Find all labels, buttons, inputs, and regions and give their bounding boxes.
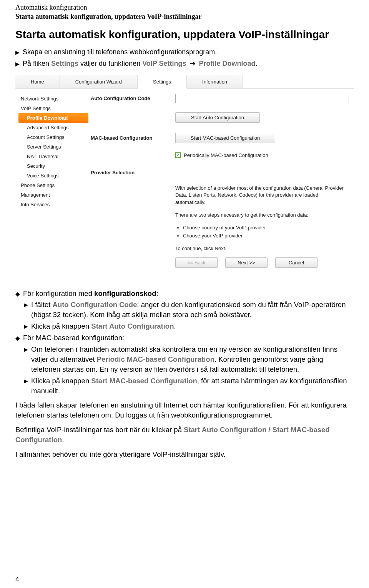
sub-line: I fältet Auto Configuration Code: anger … <box>31 300 354 320</box>
sub-line: Klicka på knappen Start Auto Configurati… <box>31 321 176 331</box>
intro-list: ▶ Skapa en anslutning till telefonens we… <box>15 47 354 68</box>
paragraph-1: I båda fallen skapar telefonen en anslut… <box>15 400 354 420</box>
sidebar-item-advanced-settings[interactable]: Advanced Settings <box>18 123 88 132</box>
triangle-right-icon: ▶ <box>24 301 28 309</box>
running-header-bold: Starta automatisk konfiguration, uppdate… <box>15 13 354 21</box>
triangle-right-icon: ▶ <box>24 346 28 354</box>
start-auto-config-button[interactable]: Start Auto Configuration <box>175 112 260 123</box>
diamond-icon: ◆ <box>15 334 20 342</box>
tab-information[interactable]: Information <box>187 75 243 88</box>
sidebar-item-account-settings[interactable]: Account Settings <box>18 132 88 142</box>
paragraph-2: Befintliga VoIP-inställningar tas bort n… <box>15 425 354 445</box>
sidebar-item-info-services[interactable]: Info Services <box>18 200 88 209</box>
triangle-right-icon: ▶ <box>24 378 28 385</box>
diamond-icon: ◆ <box>15 290 20 298</box>
cancel-button[interactable]: Cancel <box>275 257 317 268</box>
sub-line: Om telefonen i framtiden automatiskt ska… <box>31 344 354 374</box>
sidebar-item-voip-settings[interactable]: VoIP Settings <box>18 104 88 113</box>
periodic-mac-checkbox[interactable]: ✓ <box>175 152 181 158</box>
back-button[interactable]: << Back <box>175 257 218 268</box>
mac-config-label: MAC-based Configuration <box>91 135 175 141</box>
paragraph-3: I allmänhet behöver du inte göra ytterli… <box>15 449 354 459</box>
triangle-right-icon: ▶ <box>24 323 28 331</box>
tab-home[interactable]: Home <box>15 75 60 88</box>
web-config-screenshot: Home Configuration Wizard Settings Infor… <box>15 75 354 281</box>
tab-settings[interactable]: Settings <box>138 75 187 89</box>
tab-bar: Home Configuration Wizard Settings Infor… <box>15 75 354 89</box>
next-button[interactable]: Next >> <box>225 257 268 268</box>
sidebar-item-network-settings[interactable]: Network Settings <box>18 94 88 104</box>
sidebar-item-phone-settings[interactable]: Phone Settings <box>18 180 88 190</box>
intro-line-2: På fliken Settings väljer du funktionen … <box>23 58 258 68</box>
tab-config-wizard[interactable]: Configuration Wizard <box>60 75 138 88</box>
sidebar-item-profile-download[interactable]: Profile Download <box>18 113 88 123</box>
sidebar: Network Settings VoIP Settings Profile D… <box>15 89 88 281</box>
periodic-mac-label: Periodically MAC-based Configuration <box>184 152 268 158</box>
start-mac-config-button[interactable]: Start MAC-based Configuration <box>175 133 275 143</box>
sidebar-item-nat-traversal[interactable]: NAT Traversal <box>18 152 88 161</box>
page-number: 4 <box>15 576 19 583</box>
auto-config-code-input[interactable] <box>175 94 349 103</box>
diamond-line-1: För konfiguration med konfigurationskod: <box>23 289 158 299</box>
sidebar-item-voice-settings[interactable]: Voice Settings <box>18 171 88 180</box>
auto-config-code-label: Auto Configuration Code <box>91 95 175 101</box>
triangle-right-icon: ▶ <box>15 60 20 68</box>
sub-line: Klicka på knappen Start MAC-based Config… <box>31 376 354 396</box>
sidebar-item-server-settings[interactable]: Server Settings <box>18 142 88 152</box>
diamond-line-2: För MAC-baserad konfiguration: <box>23 333 124 343</box>
page-title: Starta automatisk konfiguration, uppdate… <box>15 28 354 41</box>
provider-selection-text: With selection of a provider most of the… <box>175 185 349 252</box>
provider-selection-label: Provider Selection <box>91 170 175 175</box>
sidebar-item-management[interactable]: Management <box>18 190 88 200</box>
triangle-right-icon: ▶ <box>15 48 20 56</box>
intro-line-1: Skapa en anslutning till telefonens webb… <box>23 47 217 57</box>
body-text: ◆ För konfiguration med konfigurationsko… <box>15 289 354 459</box>
running-header-small: Automatisk konfiguration <box>15 3 354 12</box>
sidebar-item-security[interactable]: Security <box>18 161 88 171</box>
main-panel: Auto Configuration Code Start Auto Confi… <box>88 89 354 281</box>
arrow-right-icon: ➔ <box>190 58 196 68</box>
